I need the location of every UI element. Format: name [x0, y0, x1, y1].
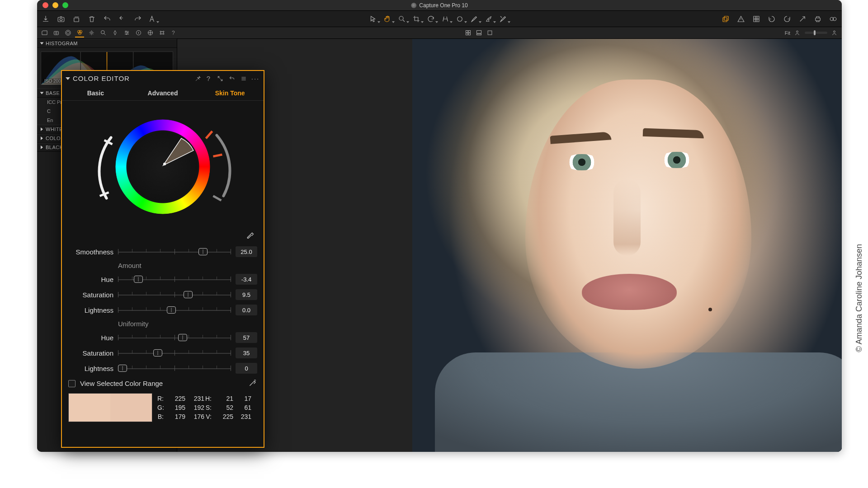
- preset-menu-icon[interactable]: [240, 75, 247, 82]
- import-icon[interactable]: [40, 13, 52, 25]
- proof-profile-icon[interactable]: [793, 28, 802, 38]
- proof-user-icon[interactable]: [830, 28, 839, 38]
- chevron-right-icon: [41, 136, 43, 140]
- expand-icon[interactable]: [217, 75, 224, 82]
- exposure-sim-slider[interactable]: [805, 32, 827, 34]
- amount-section-label: Amount: [118, 262, 257, 269]
- hue-uni-label: Hue: [68, 334, 113, 342]
- rotate-cw-icon[interactable]: [781, 13, 793, 25]
- camera-icon[interactable]: [55, 13, 67, 25]
- slider-handle[interactable]: [198, 248, 208, 255]
- minimize-window-button[interactable]: [52, 2, 58, 8]
- view-grid-icon[interactable]: [463, 28, 472, 38]
- batch-tool-tab-icon[interactable]: [157, 28, 166, 38]
- hand-tool-icon[interactable]: [383, 13, 395, 25]
- invert-selection-icon[interactable]: [248, 378, 257, 389]
- smoothness-slider[interactable]: [118, 248, 231, 256]
- sat-uni-slider[interactable]: [118, 349, 231, 357]
- image-viewer[interactable]: [177, 39, 842, 452]
- print-icon[interactable]: [812, 13, 824, 25]
- focus-mask-icon[interactable]: [827, 13, 839, 25]
- svg-rect-29: [468, 31, 470, 33]
- details-tool-tab-icon[interactable]: [110, 28, 119, 38]
- eyedropper-icon[interactable]: [245, 230, 255, 241]
- fit-label[interactable]: Fit: [785, 30, 790, 36]
- smoothness-value[interactable]: 25.0: [236, 246, 257, 257]
- sat-amount-slider[interactable]: [118, 291, 231, 299]
- keystone-tool-icon[interactable]: [441, 13, 453, 25]
- eraser-tool-icon[interactable]: [499, 13, 510, 25]
- sat-uni-value[interactable]: 35: [236, 347, 257, 358]
- help-icon[interactable]: ?: [172, 30, 175, 36]
- svg-point-24: [160, 31, 161, 33]
- zoom-tool-icon[interactable]: [397, 13, 409, 25]
- hue-uni-slider[interactable]: [118, 333, 231, 342]
- export-icon[interactable]: [797, 13, 808, 25]
- uniformity-section-label: Uniformity: [118, 320, 257, 328]
- light-uni-value[interactable]: 0: [236, 363, 257, 374]
- hue-amount-value[interactable]: -3.4: [236, 274, 257, 285]
- light-amount-value[interactable]: 0.0: [236, 305, 257, 315]
- more-icon[interactable]: ···: [252, 75, 259, 82]
- preview-image: [412, 39, 842, 452]
- output-tool-tab-icon[interactable]: [146, 28, 155, 38]
- reset-icon[interactable]: [117, 13, 128, 25]
- color-tool-tab-icon[interactable]: [75, 28, 84, 38]
- rotate-tool-icon[interactable]: [426, 13, 438, 25]
- trash-icon[interactable]: [86, 13, 98, 25]
- swatch-before: [69, 394, 110, 422]
- exposure-tool-tab-icon[interactable]: [87, 28, 96, 38]
- hue-amount-slider[interactable]: [118, 275, 231, 283]
- metadata-tool-tab-icon[interactable]: [134, 28, 143, 38]
- undo-icon[interactable]: [228, 75, 236, 82]
- view-filmstrip-icon[interactable]: [474, 28, 483, 38]
- color-editor-header[interactable]: COLOR EDITOR 📌︎ ? ···: [62, 71, 264, 86]
- svg-point-26: [160, 33, 161, 35]
- stack-icon[interactable]: [71, 13, 82, 25]
- hue-uni-value[interactable]: 57: [236, 332, 257, 343]
- svg-point-12: [66, 31, 69, 34]
- close-window-button[interactable]: [42, 2, 48, 8]
- sat-uni-label: Saturation: [68, 349, 113, 357]
- zoom-window-button[interactable]: [62, 2, 68, 8]
- crop-tool-icon[interactable]: [412, 13, 424, 25]
- sat-amount-value[interactable]: 9.5: [236, 289, 257, 300]
- histogram-panel-header[interactable]: HISTOGRAM: [37, 39, 177, 48]
- rotate-ccw-icon[interactable]: [766, 13, 778, 25]
- svg-rect-32: [476, 31, 481, 33]
- copy-adjustments-icon[interactable]: [720, 13, 731, 25]
- smoothness-label: Smoothness: [68, 248, 113, 256]
- color-wheel[interactable]: [68, 108, 257, 225]
- spot-tool-icon[interactable]: [455, 13, 467, 25]
- svg-point-18: [101, 31, 104, 34]
- brush-tool-icon[interactable]: [470, 13, 481, 25]
- chevron-right-icon: [41, 127, 43, 131]
- cursor-tool-icon[interactable]: [368, 13, 380, 25]
- view-single-icon[interactable]: [485, 28, 494, 38]
- library-tool-tab-icon[interactable]: [40, 28, 49, 38]
- light-amount-slider[interactable]: [118, 306, 231, 314]
- undo-icon[interactable]: [101, 13, 113, 25]
- chevron-down-icon: [40, 92, 44, 94]
- capture-tool-tab-icon[interactable]: [52, 28, 61, 38]
- svg-point-13: [65, 30, 70, 35]
- svg-point-25: [163, 31, 164, 33]
- lens-tool-tab-icon[interactable]: [63, 28, 72, 38]
- tab-skin-tone[interactable]: Skin Tone: [196, 86, 264, 100]
- tab-advanced[interactable]: Advanced: [129, 86, 197, 100]
- svg-rect-30: [466, 33, 467, 35]
- text-presets-icon[interactable]: [147, 13, 159, 25]
- range-arcs-icon[interactable]: [68, 108, 257, 225]
- levels-tool-tab-icon[interactable]: [99, 28, 108, 38]
- view-range-checkbox[interactable]: [68, 380, 75, 387]
- help-icon[interactable]: ?: [205, 75, 212, 82]
- color-readout: R:225231 H:2117 G:195192 S:5261 B:179176…: [154, 393, 257, 422]
- gradient-tool-icon[interactable]: [484, 13, 496, 25]
- pin-icon[interactable]: 📌︎: [194, 75, 201, 82]
- grid-icon[interactable]: [750, 13, 762, 25]
- tab-basic[interactable]: Basic: [62, 86, 129, 100]
- warning-icon[interactable]: [735, 13, 747, 25]
- redo-icon[interactable]: [132, 13, 144, 25]
- adjustments-tool-tab-icon[interactable]: [122, 28, 131, 38]
- light-uni-slider[interactable]: [118, 364, 231, 372]
